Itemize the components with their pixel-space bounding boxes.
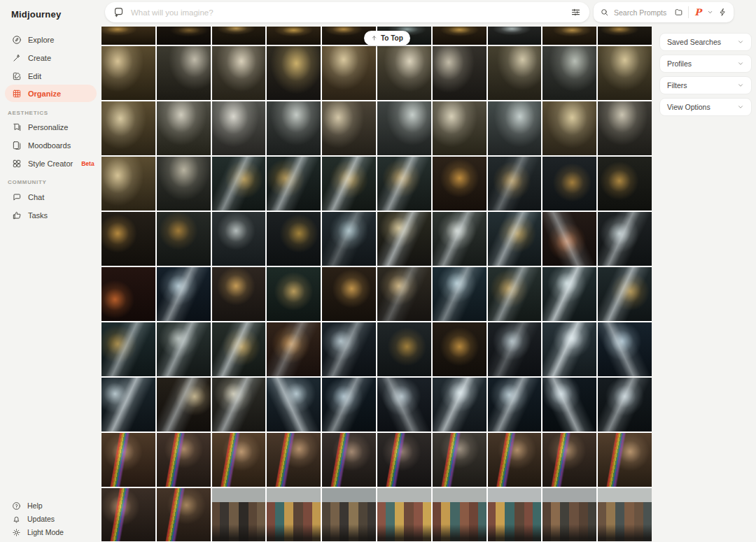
grid-image-tile[interactable] [157,212,211,266]
sidebar-item-updates[interactable]: Updates [5,512,97,526]
grid-image-tile[interactable] [542,46,596,100]
grid-image-tile[interactable] [598,488,652,541]
grid-image-tile[interactable] [102,46,155,100]
grid-image-tile[interactable] [542,27,596,45]
panel-saved-searches[interactable]: Saved Searches [659,33,752,51]
grid-image-tile[interactable] [377,433,431,487]
sidebar-item-help[interactable]: Help [5,499,97,513]
grid-image-tile[interactable] [542,488,596,541]
grid-image-tile[interactable] [433,46,486,100]
grid-image-tile[interactable] [433,378,486,432]
grid-image-tile[interactable] [542,267,596,321]
grid-image-tile[interactable] [267,101,321,155]
grid-image-tile[interactable] [102,322,155,376]
grid-image-tile[interactable] [542,322,596,376]
grid-image-tile[interactable] [267,378,321,432]
grid-image-tile[interactable] [157,46,211,100]
grid-image-tile[interactable] [322,322,376,376]
grid-image-tile[interactable] [157,488,211,541]
grid-image-tile[interactable] [212,378,266,432]
grid-image-tile[interactable] [157,322,211,376]
grid-image-tile[interactable] [102,157,155,211]
grid-image-tile[interactable] [322,212,376,266]
grid-image-tile[interactable] [433,433,486,487]
search-prompts-input[interactable]: Search Prompts [614,8,669,17]
sidebar-item-style-creator[interactable]: Style Creator Beta [5,155,97,172]
grid-image-tile[interactable] [488,267,542,321]
grid-image-tile[interactable] [598,378,652,432]
grid-image-tile[interactable] [322,488,376,541]
grid-image-tile[interactable] [267,267,321,321]
lightning-bolt-icon[interactable] [718,8,727,17]
grid-image-tile[interactable] [542,433,596,487]
grid-image-tile[interactable] [488,488,542,541]
sidebar-item-explore[interactable]: Explore [5,31,97,48]
sidebar-item-light-mode[interactable]: Light Mode [5,525,97,539]
grid-image-tile[interactable] [322,46,376,100]
grid-image-tile[interactable] [377,157,431,211]
grid-image-tile[interactable] [488,46,542,100]
grid-image-tile[interactable] [267,433,321,487]
sidebar-item-organize[interactable]: Organize [5,85,97,102]
grid-image-tile[interactable] [542,378,596,432]
grid-image-tile[interactable] [433,27,486,45]
grid-image-tile[interactable] [542,157,596,211]
grid-image-tile[interactable] [212,46,266,100]
grid-image-tile[interactable] [267,212,321,266]
grid-image-tile[interactable] [157,27,211,45]
grid-image-tile[interactable] [212,157,266,211]
grid-image-tile[interactable] [267,322,321,376]
grid-image-tile[interactable] [598,433,652,487]
grid-image-tile[interactable] [322,101,376,155]
grid-image-tile[interactable] [488,378,542,432]
grid-image-tile[interactable] [212,212,266,266]
grid-image-tile[interactable] [212,433,266,487]
grid-image-tile[interactable] [433,322,486,376]
grid-image-tile[interactable] [102,212,155,266]
grid-image-tile[interactable] [102,433,155,487]
grid-image-tile[interactable] [157,433,211,487]
grid-image-tile[interactable] [102,488,155,541]
grid-image-tile[interactable] [598,212,652,266]
grid-image-tile[interactable] [212,488,266,541]
panel-profiles[interactable]: Profiles [659,55,752,73]
grid-image-tile[interactable] [157,101,211,155]
grid-image-tile[interactable] [488,322,542,376]
grid-image-tile[interactable] [212,101,266,155]
grid-image-tile[interactable] [598,27,652,45]
grid-image-tile[interactable] [267,488,321,541]
grid-image-tile[interactable] [102,378,155,432]
grid-image-tile[interactable] [212,322,266,376]
to-top-button[interactable]: To Top [364,31,410,45]
grid-image-tile[interactable] [212,27,266,45]
sidebar-item-moodboards[interactable]: Moodboards [5,136,97,154]
grid-image-tile[interactable] [542,212,596,266]
grid-image-tile[interactable] [488,212,542,266]
grid-image-tile[interactable] [322,378,376,432]
grid-image-tile[interactable] [377,46,431,100]
grid-image-tile[interactable] [488,433,542,487]
grid-image-tile[interactable] [598,46,652,100]
grid-image-tile[interactable] [212,267,266,321]
grid-image-tile[interactable] [488,27,542,45]
grid-image-tile[interactable] [322,157,376,211]
grid-image-tile[interactable] [598,157,652,211]
grid-image-tile[interactable] [267,46,321,100]
grid-image-tile[interactable] [377,488,431,541]
sidebar-item-tasks[interactable]: Tasks [5,206,97,224]
grid-image-tile[interactable] [102,27,155,45]
sidebar-item-chat[interactable]: Chat [5,188,97,206]
sliders-icon[interactable] [570,7,581,17]
sidebar-item-create[interactable]: Create [5,49,97,66]
panel-filters[interactable]: Filters [659,76,752,94]
grid-image-tile[interactable] [157,267,211,321]
grid-image-tile[interactable] [377,322,431,376]
account-menu-toggle[interactable] [707,9,713,15]
grid-image-tile[interactable] [157,378,211,432]
grid-image-tile[interactable] [488,101,542,155]
grid-image-tile[interactable] [598,101,652,155]
sidebar-item-edit[interactable]: Edit [5,67,97,85]
imagine-input[interactable]: What will you imagine? [105,2,589,22]
grid-image-tile[interactable] [102,267,155,321]
grid-image-tile[interactable] [433,212,486,266]
